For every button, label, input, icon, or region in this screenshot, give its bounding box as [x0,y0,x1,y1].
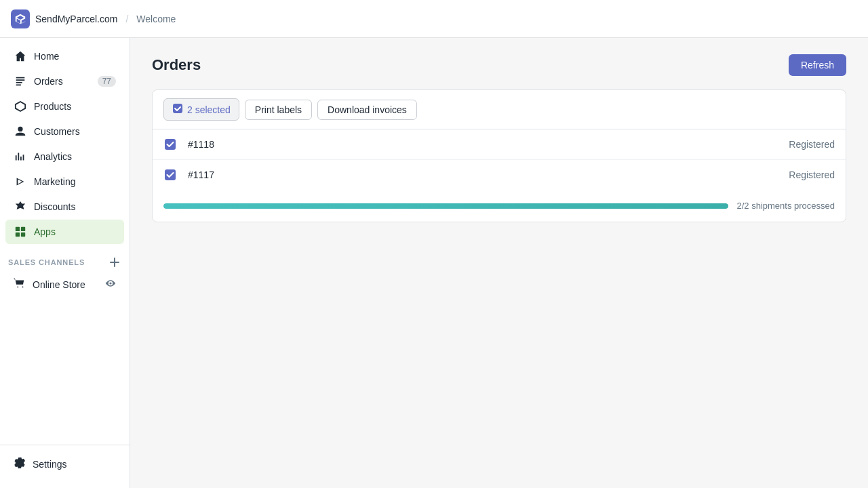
sidebar-home-label: Home [34,51,59,62]
sales-channels-label: Sales Channels [8,258,85,266]
topbar: SendMyParcel.com / Welcome [0,0,868,38]
svg-rect-0 [16,227,20,231]
products-icon [14,100,27,113]
progress-bar [163,203,728,209]
order-status-1118: Registered [789,139,835,150]
sidebar-nav: Home Orders 77 Products Customers [0,38,130,445]
home-icon [14,49,27,63]
progress-bar-fill [163,203,728,209]
refresh-button[interactable]: Refresh [789,54,846,76]
svg-rect-3 [21,232,25,237]
sidebar-item-online-store[interactable]: Online Store [5,272,124,296]
marketing-icon [14,175,27,188]
sidebar-item-orders[interactable]: Orders 77 [5,69,124,94]
main-content: Orders Refresh 2 selected Print labels D… [130,38,868,488]
svg-rect-5 [165,139,176,150]
current-page-label: Welcome [136,14,176,24]
online-store-label: Online Store [33,279,98,290]
discounts-icon [14,200,27,214]
download-invoices-button[interactable]: Download invoices [317,100,417,120]
print-labels-button[interactable]: Print labels [245,100,312,120]
row-checkbox-1118[interactable] [163,138,177,151]
orders-badge: 77 [98,76,116,87]
order-id-1117: #1117 [188,169,789,180]
sidebar-bottom: Settings [0,445,130,488]
order-id-1118: #1118 [188,139,789,150]
apps-icon [14,225,27,239]
store-icon [14,277,26,291]
svg-rect-6 [165,169,176,180]
order-status-1117: Registered [789,169,835,180]
add-sales-channel-button[interactable] [108,256,121,269]
sidebar-analytics-label: Analytics [34,151,72,162]
page-title: Orders [152,56,201,74]
orders-card: 2 selected Print labels Download invoice… [152,89,846,222]
svg-rect-1 [21,227,25,231]
analytics-icon [14,150,27,163]
progress-section: 2/2 shipments processed [153,190,846,222]
sidebar-item-discounts[interactable]: Discounts [5,195,124,219]
table-row[interactable]: #1117 Registered [153,160,846,190]
progress-text: 2/2 shipments processed [736,201,835,211]
sidebar-customers-label: Customers [34,126,80,137]
orders-toolbar: 2 selected Print labels Download invoice… [153,90,846,129]
settings-icon [14,457,26,471]
sidebar-item-home[interactable]: Home [5,44,124,68]
check-icon [172,103,183,116]
sidebar-apps-label: Apps [34,226,56,237]
orders-icon [14,75,27,88]
sidebar-orders-label: Orders [34,76,63,87]
app-logo [11,9,30,28]
row-checkbox-1117[interactable] [163,168,177,182]
sidebar-item-apps[interactable]: Apps [5,220,124,244]
page-header: Orders Refresh [152,54,846,76]
sidebar-item-products[interactable]: Products [5,94,124,119]
sidebar-discounts-label: Discounts [34,201,75,212]
svg-rect-2 [16,232,20,237]
sidebar-item-marketing[interactable]: Marketing [5,169,124,194]
eye-icon[interactable] [105,278,116,291]
sidebar-products-label: Products [34,101,71,112]
settings-label: Settings [33,459,67,470]
table-row[interactable]: #1118 Registered [153,129,846,160]
customers-icon [14,125,27,138]
sidebar-item-customers[interactable]: Customers [5,119,124,144]
sidebar-item-settings[interactable]: Settings [5,451,124,476]
sidebar-item-analytics[interactable]: Analytics [5,144,124,169]
sidebar: Home Orders 77 Products Customers [0,38,130,488]
brand-name: SendMyParcel.com [35,14,117,24]
selected-label: 2 selected [187,104,231,115]
sales-channels-section: Sales Channels [0,245,130,272]
selected-count-badge[interactable]: 2 selected [163,98,239,121]
breadcrumb-separator: / [125,14,128,24]
sidebar-marketing-label: Marketing [34,176,75,187]
orders-table: #1118 Registered #1117 Registered [153,129,846,190]
